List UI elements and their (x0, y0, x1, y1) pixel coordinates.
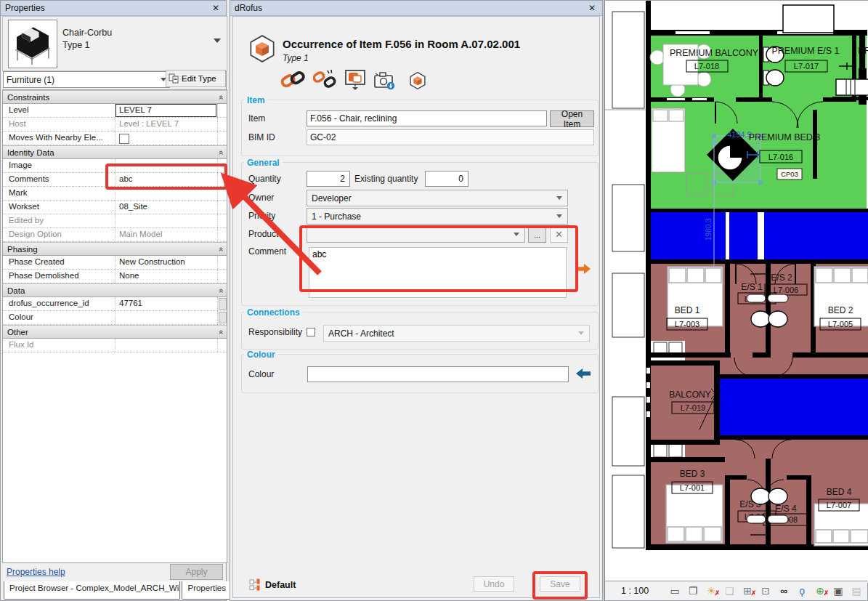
product-select[interactable] (307, 226, 525, 243)
show-crop-region-icon[interactable]: ⊡ (760, 586, 771, 596)
property-row-edited-by: Edited by (3, 214, 227, 228)
edit-type-button[interactable]: Edit Type (166, 70, 226, 87)
default-config-label[interactable]: Default (265, 580, 296, 590)
floor-plan-drawing[interactable]: 4194.9 1980.3 PREMIUM BALCONY L7-018 PRE… (605, 1, 868, 583)
temporary-hide-isolate-icon[interactable]: ∞ (778, 586, 790, 596)
corridor-2 (720, 379, 868, 435)
shadows-icon[interactable]: ❏ (723, 586, 735, 596)
sun-path-icon[interactable]: ☀✗ (705, 586, 717, 596)
colour-value[interactable] (115, 311, 217, 324)
room-tag-extra: CP03 (781, 170, 798, 178)
undo-button[interactable]: Undo (474, 576, 514, 592)
moves-with-nearby-checkbox[interactable] (119, 134, 129, 144)
arrow-left-icon (576, 368, 591, 379)
dimension-vertical: 1980.3 (705, 218, 713, 241)
temporary-view-properties-icon[interactable]: ▣ (832, 586, 844, 596)
detail-level-icon[interactable]: ▭ (669, 586, 681, 596)
drofus-occurrence-id-value[interactable]: 47761 (115, 297, 217, 310)
open-item-button[interactable]: Open Item (550, 110, 594, 127)
collapse-icon[interactable]: « (217, 329, 226, 334)
chevron-down-icon (556, 196, 562, 200)
send-to-revit-icon[interactable] (344, 69, 367, 91)
phase-demolished-value[interactable]: None (115, 270, 217, 283)
collapse-icon[interactable]: « (217, 94, 226, 99)
collapse-icon[interactable]: « (217, 246, 226, 251)
edit-type-icon (169, 73, 179, 84)
collapse-icon[interactable]: « (217, 150, 226, 154)
product-browse-button[interactable]: ... (528, 226, 546, 243)
open-item-db-icon[interactable] (409, 72, 426, 89)
section-header[interactable]: Constraints« (3, 90, 227, 104)
property-row-host: HostLevel : LEVEL 7 (3, 118, 227, 132)
type-selector[interactable]: Chair-Corbu Type 1 (2, 16, 227, 71)
view-control-bar: 1 : 100 ▭ ❐ ☀✗ ❏ ⊞✗ ⊡ ∞ ϙ ⊕✗ ▣ ▤ ⊫ ‹ (605, 581, 867, 600)
link-icon[interactable] (280, 70, 305, 89)
worksharing-display-icon[interactable]: ⊕✗ (814, 586, 826, 596)
visual-style-icon[interactable]: ❐ (687, 586, 699, 596)
reveal-hidden-elements-icon[interactable]: ϙ (796, 586, 808, 596)
property-row-moves-with-nearby: Moves With Nearby Ele... (3, 132, 227, 145)
comments-value[interactable]: abc (115, 173, 217, 186)
view-scale[interactable]: 1 : 100 (621, 586, 649, 596)
unlink-icon[interactable] (313, 69, 336, 89)
apply-button[interactable]: Apply (170, 564, 223, 580)
bim-id-field[interactable] (307, 129, 594, 145)
drofus-titlebar[interactable]: dRofus ✕ (230, 1, 602, 16)
properties-titlebar[interactable]: Properties ✕ (1, 1, 226, 16)
collapse-icon[interactable]: « (217, 288, 226, 292)
properties-title: Properties (5, 3, 210, 13)
properties-help-link[interactable]: Properties help (7, 567, 65, 577)
owner-select[interactable]: Developer (307, 190, 568, 206)
section-header[interactable]: Identity Data« (3, 145, 227, 159)
chevron-down-icon (514, 233, 519, 236)
section-header[interactable]: Other« (3, 325, 227, 339)
associate-parameter-button[interactable] (219, 298, 227, 310)
responsibility-label: Responsibility (248, 327, 302, 337)
priority-select[interactable]: 1 - Purchase (307, 208, 568, 225)
phase-created-value[interactable]: New Construction (115, 256, 217, 269)
category-filter-select[interactable]: Furniture (1) (3, 71, 170, 88)
image-value[interactable] (115, 159, 217, 172)
tab-properties[interactable]: Properties (182, 581, 230, 600)
colour-label: Colour (248, 369, 274, 379)
property-row-design-option: Design OptionMain Model (3, 228, 227, 242)
room-label: PREMIUM E/S 1 (771, 46, 839, 56)
tab-project-browser[interactable]: Project Browser - Complex_Model_ARCH_Wi.… (4, 581, 180, 600)
room-label: BED 1 (675, 305, 700, 315)
occurrence-subtitle: Type 1 (283, 53, 309, 63)
priority-label: Priority (248, 211, 275, 221)
section-header[interactable]: Data« (3, 283, 227, 297)
crop-view-icon[interactable]: ⊞✗ (742, 586, 753, 596)
comment-textarea[interactable]: abc (309, 247, 567, 298)
owner-label: Owner (248, 193, 274, 203)
existing-quantity-field[interactable] (425, 171, 469, 187)
save-button[interactable]: Save (540, 576, 580, 592)
mark-value[interactable] (115, 187, 217, 200)
quantity-field[interactable] (307, 171, 350, 187)
section-header[interactable]: Phasing« (3, 242, 227, 256)
property-row-drofus-occurrence-id: drofus_occurrence_id47761 (3, 297, 227, 311)
colour-field[interactable] (307, 366, 569, 382)
capture-image-icon[interactable] (373, 71, 397, 90)
drofus-panel: dRofus ✕ Occurrence of Item F.056 in Roo… (230, 0, 603, 601)
close-icon[interactable]: ✕ (586, 3, 598, 13)
property-row-phase-created: Phase CreatedNew Construction (3, 256, 227, 270)
type-selector-dropdown-icon[interactable] (214, 39, 221, 43)
item-field[interactable] (307, 110, 547, 126)
room-label: PREMIUM BALCONY (670, 48, 759, 58)
room-label: BED 4 (827, 487, 852, 497)
revit-window: Properties ✕ Chair-Corbu Type 1 (0, 0, 868, 601)
close-icon[interactable]: ✕ (210, 3, 222, 13)
analytical-model-icon[interactable]: ▤ (851, 586, 862, 596)
room-tag: L7-018 (694, 62, 719, 70)
floor-plan-view[interactable]: 4194.9 1980.3 PREMIUM BALCONY L7-018 PRE… (604, 0, 868, 601)
workset-value[interactable]: 08_Site (115, 201, 217, 214)
product-clear-button[interactable]: ✕ (550, 226, 568, 243)
property-row-phase-demolished: Phase DemolishedNone (3, 270, 227, 283)
level-value[interactable]: LEVEL 7 (115, 104, 216, 117)
responsibility-checkbox[interactable] (307, 328, 315, 336)
responsibility-select[interactable]: ARCH - Architect (323, 325, 590, 342)
property-row-comments: Commentsabc (3, 173, 227, 187)
host-value: Level : LEVEL 7 (115, 118, 217, 131)
associate-parameter-button[interactable] (219, 312, 227, 323)
